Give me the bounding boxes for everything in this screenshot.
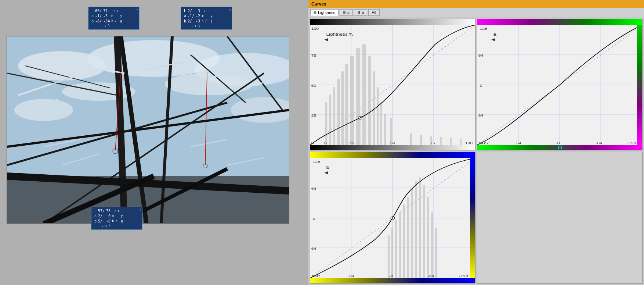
svg-rect-60 [410,133,412,145]
svg-text:25: 25 [311,114,316,117]
svg-text:0: 0 [324,141,327,145]
svg-rect-52 [356,48,360,145]
svg-rect-47 [333,87,335,145]
lightness-top-gradient [310,19,475,25]
lightness-bottom-gradient [310,145,475,150]
info-box-1[interactable]: ✕ L60/77 ↗ r a-1/-3 my b-8/-34 b /g , c … [88,7,140,30]
svg-text:0: 0 [311,141,314,145]
left-panel: ✕ L60/77 ↗ r a-1/-3 my b-8/-34 b /g , c … [0,0,308,285]
b-bottom-gradient [310,278,475,283]
svg-rect-116 [419,178,421,278]
svg-text:-128: -128 [459,274,468,278]
tab-b-label: b [362,10,364,15]
tab-a-label: a [347,10,350,15]
chart-empty [477,152,643,284]
info-box-3[interactable]: ✕ L57/75 ↗ r a2/ 0 my b5/-0 b /g , c \ [91,207,142,230]
svg-text:-0: -0 [478,84,482,88]
chart-lightness[interactable]: 100 75 50 25 0 0 25 50 75 100 Lightness … [310,19,475,150]
svg-marker-99 [491,38,495,41]
svg-rect-109 [391,228,393,278]
tab-all[interactable]: All [368,9,379,16]
b-tab-dot [357,11,360,14]
svg-text:-0: -0 [389,274,393,278]
svg-rect-119 [431,212,433,278]
svg-rect-57 [380,102,382,145]
svg-text:b: b [326,165,330,170]
svg-rect-114 [411,189,413,278]
photo-background [7,36,289,223]
svg-point-4 [14,99,73,121]
svg-text:64: 64 [349,274,354,278]
svg-rect-48 [337,79,340,145]
svg-point-6 [165,73,253,95]
svg-text:64: 64 [478,54,484,57]
svg-rect-65 [460,139,462,145]
svg-text:-0: -0 [311,217,315,221]
main-image [7,36,289,224]
svg-text:a: a [493,32,497,37]
svg-marker-80 [324,38,328,41]
svg-text:75: 75 [430,141,435,145]
svg-text:-0: -0 [556,141,560,145]
tab-b[interactable]: b [354,9,367,16]
svg-text:-128: -128 [478,26,488,30]
charts-grid: 100 75 50 25 0 0 25 50 75 100 Lightness … [308,17,644,285]
svg-marker-133 [324,171,328,174]
svg-rect-108 [388,235,390,278]
tab-lightness-label: Lightness [318,10,335,15]
svg-text:25: 25 [349,141,354,145]
svg-text:50: 50 [311,84,316,88]
svg-text:75: 75 [311,54,316,57]
b-right-gradient [470,158,475,278]
tab-all-label: All [372,10,376,15]
a-tab-dot [343,11,346,14]
svg-rect-45 [325,102,327,145]
svg-rect-120 [435,228,437,278]
svg-rect-111 [399,212,401,278]
svg-text:64: 64 [478,114,484,117]
svg-text:-128: -128 [627,141,636,145]
info-box-2[interactable]: ✕ L2/ 3 ↗ r a-1/-2 my b2/-3 b /g , c \ [181,7,232,30]
svg-rect-64 [450,138,452,145]
svg-rect-49 [341,71,344,145]
right-panel: Curves Lightness a b All [308,0,644,285]
svg-rect-55 [373,71,375,145]
title-text: Curves [311,1,326,7]
svg-rect-54 [368,56,371,145]
svg-rect-117 [423,185,425,278]
tabs-row: Lightness a b All [308,8,644,17]
tab-a[interactable]: a [340,9,353,16]
svg-text:-128: -128 [311,160,321,163]
svg-rect-56 [377,87,379,145]
b-top-gradient [310,152,475,158]
chart-a[interactable]: -128 64 -0 64 127 -127 64 -0 -64 -128 a [477,19,643,150]
svg-text:64: 64 [311,247,316,250]
close-icon-3[interactable]: ✕ [140,207,141,212]
svg-text:50: 50 [390,141,395,145]
close-icon-2[interactable]: ✕ [229,7,231,12]
svg-text:64: 64 [516,141,521,145]
svg-rect-115 [415,181,417,278]
svg-rect-50 [345,64,348,145]
svg-rect-53 [362,44,366,145]
svg-rect-61 [420,135,422,145]
curves-title: Curves [308,0,644,8]
svg-text:64: 64 [311,187,316,190]
svg-text:127: 127 [313,274,320,278]
a-top-gradient [477,19,642,25]
svg-rect-118 [427,197,429,278]
cyan-circle-a [558,146,562,149]
svg-text:-64: -64 [428,274,434,278]
svg-rect-58 [384,114,386,145]
svg-rect-113 [407,197,409,278]
lightness-tab-dot [314,11,316,14]
svg-text:Lightness %: Lightness % [326,32,354,37]
chart-b[interactable]: -128 64 -0 64 127 127 64 -0 -64 -128 b [310,152,475,284]
svg-rect-46 [329,95,331,145]
close-icon-1[interactable]: ✕ [137,7,138,12]
svg-rect-112 [403,204,405,278]
svg-text:100: 100 [311,26,319,30]
svg-text:100: 100 [465,141,473,145]
tab-lightness[interactable]: Lightness [310,9,339,16]
svg-rect-51 [350,56,354,145]
